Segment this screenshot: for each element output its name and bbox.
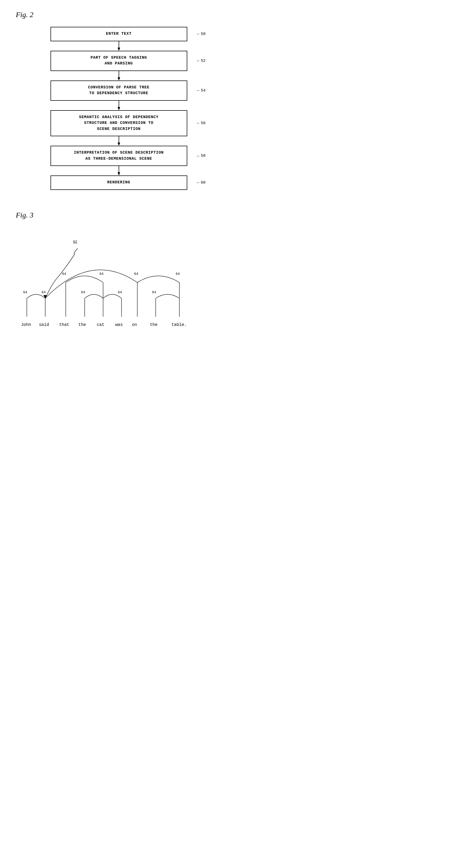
flow-ref-56: 56 xyxy=(197,121,205,125)
flow-ref-60: 60 xyxy=(197,180,205,185)
word-table: table. xyxy=(171,322,187,327)
flow-box-pos-tagging: PART OF SPEECH TAGGINGAND PARSING xyxy=(51,51,187,71)
arrow-2 xyxy=(116,71,122,81)
node-64-said: 64 xyxy=(41,290,46,294)
flow-box-semantic: SEMANTIC ANALYSIS OF DEPENDENCYSTRUCTURE… xyxy=(51,110,187,136)
flow-box-enter-text: ENTER TEXT xyxy=(51,27,187,41)
arrow-5 xyxy=(116,166,122,176)
node-64-the2: 64 xyxy=(152,290,156,294)
flow-step-58: INTERPRETATION OF SCENE DESCRIPTIONAS TH… xyxy=(51,146,187,166)
node-ref-62: 62 xyxy=(73,240,77,244)
flowchart: ENTER TEXT 50 PART OF SPEECH TAGGINGAND … xyxy=(16,27,222,190)
fig2-section: Fig. 2 ENTER TEXT 50 PART OF SPEECH TAGG… xyxy=(16,10,222,190)
flow-ref-54: 54 xyxy=(197,88,205,93)
node-64-on: 64 xyxy=(134,272,138,276)
svg-marker-9 xyxy=(118,172,120,176)
node-64-that: 64 xyxy=(62,272,66,276)
node-64-john: 64 xyxy=(23,290,27,294)
flow-step-52: PART OF SPEECH TAGGINGAND PARSING 52 xyxy=(51,51,187,71)
arrow-1 xyxy=(116,41,122,51)
flow-step-56: SEMANTIC ANALYSIS OF DEPENDENCYSTRUCTURE… xyxy=(51,110,187,136)
flow-ref-58: 58 xyxy=(197,154,205,158)
word-on: on xyxy=(132,322,137,327)
parse-tree: John said that the cat was on the table.… xyxy=(16,230,221,330)
node-64-was: 64 xyxy=(118,290,122,294)
flow-ref-50: 50 xyxy=(197,32,205,36)
tree-svg xyxy=(16,230,221,330)
flow-box-interp: INTERPRETATION OF SCENE DESCRIPTIONAS TH… xyxy=(51,146,187,166)
flow-step-60: RENDERING 60 xyxy=(51,176,187,190)
word-said: said xyxy=(39,322,49,327)
word-cat: cat xyxy=(97,322,104,327)
word-the1: the xyxy=(78,322,86,327)
node-64-the1: 64 xyxy=(81,290,85,294)
fig3-section: Fig. 3 xyxy=(16,211,222,330)
word-that: that xyxy=(59,322,69,327)
word-the2: the xyxy=(150,322,158,327)
flow-box-rendering: RENDERING xyxy=(51,176,187,190)
fig3-label: Fig. 3 xyxy=(16,211,222,219)
node-64-cat: 64 xyxy=(99,272,104,276)
svg-marker-3 xyxy=(118,77,120,81)
flow-step-54: CONVERSION OF PARSE TREETO DEPENDENCY ST… xyxy=(51,81,187,101)
word-was: was xyxy=(115,322,123,327)
flow-step-50: ENTER TEXT 50 xyxy=(51,27,187,41)
flow-box-parse-tree: CONVERSION OF PARSE TREETO DEPENDENCY ST… xyxy=(51,81,187,101)
svg-line-20 xyxy=(74,248,77,254)
node-64-table: 64 xyxy=(176,272,180,276)
fig3-container: John said that the cat was on the table.… xyxy=(16,230,221,330)
svg-marker-5 xyxy=(118,107,120,110)
svg-marker-7 xyxy=(118,143,120,146)
arrow-3 xyxy=(116,101,122,110)
arrow-4 xyxy=(116,136,122,146)
fig2-label: Fig. 2 xyxy=(16,10,222,19)
svg-marker-1 xyxy=(118,48,120,51)
word-john: John xyxy=(21,322,31,327)
flow-ref-52: 52 xyxy=(197,59,205,63)
